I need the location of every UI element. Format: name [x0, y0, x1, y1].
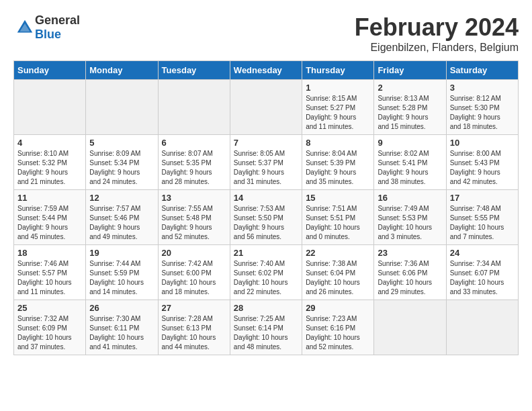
day-header-wednesday: Wednesday: [230, 61, 302, 80]
week-row-4: 25Sunrise: 7:32 AM Sunset: 6:09 PM Dayli…: [14, 300, 519, 355]
day-number: 26: [89, 303, 154, 313]
calendar-cell: 24Sunrise: 7:34 AM Sunset: 6:07 PM Dayli…: [446, 245, 518, 300]
cell-info: Sunrise: 7:25 AM Sunset: 6:14 PM Dayligh…: [234, 314, 298, 352]
day-number: 21: [234, 248, 298, 258]
week-row-1: 4Sunrise: 8:10 AM Sunset: 5:32 PM Daylig…: [14, 135, 519, 190]
calendar-cell: [446, 300, 518, 355]
day-number: 7: [234, 138, 298, 148]
cell-info: Sunrise: 8:10 AM Sunset: 5:32 PM Dayligh…: [17, 149, 82, 187]
day-number: 17: [450, 193, 515, 203]
day-number: 20: [162, 248, 226, 258]
calendar-cell: 26Sunrise: 7:30 AM Sunset: 6:11 PM Dayli…: [86, 300, 158, 355]
calendar-cell: 5Sunrise: 8:09 AM Sunset: 5:34 PM Daylig…: [86, 135, 158, 190]
week-row-3: 18Sunrise: 7:46 AM Sunset: 5:57 PM Dayli…: [14, 245, 519, 300]
week-row-0: 1Sunrise: 8:15 AM Sunset: 5:27 PM Daylig…: [14, 80, 519, 135]
cell-info: Sunrise: 7:32 AM Sunset: 6:09 PM Dayligh…: [17, 314, 82, 352]
location-subtitle: Eigenbilzen, Flanders, Belgium: [355, 42, 519, 54]
calendar-cell: 16Sunrise: 7:49 AM Sunset: 5:53 PM Dayli…: [374, 190, 446, 245]
day-number: 6: [162, 138, 226, 148]
calendar-cell: [158, 80, 230, 135]
cell-info: Sunrise: 7:28 AM Sunset: 6:13 PM Dayligh…: [162, 314, 226, 352]
day-number: 24: [450, 248, 515, 258]
day-number: 3: [450, 83, 515, 93]
calendar-cell: [374, 300, 446, 355]
day-header-tuesday: Tuesday: [158, 61, 230, 80]
day-number: 16: [378, 193, 442, 203]
calendar-cell: 9Sunrise: 8:02 AM Sunset: 5:41 PM Daylig…: [374, 135, 446, 190]
cell-info: Sunrise: 8:12 AM Sunset: 5:30 PM Dayligh…: [450, 94, 515, 132]
cell-info: Sunrise: 8:04 AM Sunset: 5:39 PM Dayligh…: [306, 149, 370, 187]
day-number: 28: [234, 303, 298, 313]
day-header-monday: Monday: [86, 61, 158, 80]
calendar-cell: 22Sunrise: 7:38 AM Sunset: 6:04 PM Dayli…: [302, 245, 374, 300]
day-number: 2: [378, 83, 442, 93]
calendar-cell: [86, 80, 158, 135]
calendar-cell: 21Sunrise: 7:40 AM Sunset: 6:02 PM Dayli…: [230, 245, 302, 300]
month-year-title: February 2024: [355, 13, 519, 42]
calendar-cell: 23Sunrise: 7:36 AM Sunset: 6:06 PM Dayli…: [374, 245, 446, 300]
cell-info: Sunrise: 7:38 AM Sunset: 6:04 PM Dayligh…: [306, 259, 370, 297]
day-number: 9: [378, 138, 442, 148]
calendar-cell: 18Sunrise: 7:46 AM Sunset: 5:57 PM Dayli…: [14, 245, 86, 300]
cell-info: Sunrise: 8:15 AM Sunset: 5:27 PM Dayligh…: [306, 94, 370, 132]
cell-info: Sunrise: 7:23 AM Sunset: 6:16 PM Dayligh…: [306, 314, 370, 352]
cell-info: Sunrise: 8:13 AM Sunset: 5:28 PM Dayligh…: [378, 94, 442, 132]
calendar-cell: 19Sunrise: 7:44 AM Sunset: 5:59 PM Dayli…: [86, 245, 158, 300]
day-number: 5: [89, 138, 154, 148]
day-number: 27: [162, 303, 226, 313]
day-number: 11: [17, 193, 82, 203]
calendar-cell: 29Sunrise: 7:23 AM Sunset: 6:16 PM Dayli…: [302, 300, 374, 355]
cell-info: Sunrise: 7:57 AM Sunset: 5:46 PM Dayligh…: [89, 204, 154, 242]
title-area: February 2024 Eigenbilzen, Flanders, Bel…: [355, 13, 519, 54]
day-number: 14: [234, 193, 298, 203]
day-number: 4: [17, 138, 82, 148]
cell-info: Sunrise: 7:49 AM Sunset: 5:53 PM Dayligh…: [378, 204, 442, 242]
cell-info: Sunrise: 7:30 AM Sunset: 6:11 PM Dayligh…: [89, 314, 154, 352]
cell-info: Sunrise: 7:34 AM Sunset: 6:07 PM Dayligh…: [450, 259, 515, 297]
day-number: 25: [17, 303, 82, 313]
calendar-cell: 25Sunrise: 7:32 AM Sunset: 6:09 PM Dayli…: [14, 300, 86, 355]
calendar-cell: 13Sunrise: 7:55 AM Sunset: 5:48 PM Dayli…: [158, 190, 230, 245]
cell-info: Sunrise: 8:05 AM Sunset: 5:37 PM Dayligh…: [234, 149, 298, 187]
cell-info: Sunrise: 7:55 AM Sunset: 5:48 PM Dayligh…: [162, 204, 226, 242]
calendar-cell: 6Sunrise: 8:07 AM Sunset: 5:35 PM Daylig…: [158, 135, 230, 190]
cell-info: Sunrise: 7:42 AM Sunset: 6:00 PM Dayligh…: [162, 259, 226, 297]
day-header-thursday: Thursday: [302, 61, 374, 80]
logo-blue-text: Blue: [35, 28, 61, 41]
day-number: 1: [306, 83, 370, 93]
day-number: 22: [306, 248, 370, 258]
calendar-cell: 27Sunrise: 7:28 AM Sunset: 6:13 PM Dayli…: [158, 300, 230, 355]
cell-info: Sunrise: 8:00 AM Sunset: 5:43 PM Dayligh…: [450, 149, 515, 187]
cell-info: Sunrise: 7:44 AM Sunset: 5:59 PM Dayligh…: [89, 259, 154, 297]
logo: General Blue: [13, 13, 80, 42]
calendar-cell: 11Sunrise: 7:59 AM Sunset: 5:44 PM Dayli…: [14, 190, 86, 245]
week-row-2: 11Sunrise: 7:59 AM Sunset: 5:44 PM Dayli…: [14, 190, 519, 245]
calendar-cell: 7Sunrise: 8:05 AM Sunset: 5:37 PM Daylig…: [230, 135, 302, 190]
calendar-cell: 1Sunrise: 8:15 AM Sunset: 5:27 PM Daylig…: [302, 80, 374, 135]
cell-info: Sunrise: 7:46 AM Sunset: 5:57 PM Dayligh…: [17, 259, 82, 297]
calendar-table: SundayMondayTuesdayWednesdayThursdayFrid…: [13, 60, 519, 355]
calendar-cell: 20Sunrise: 7:42 AM Sunset: 6:00 PM Dayli…: [158, 245, 230, 300]
day-number: 29: [306, 303, 370, 313]
calendar-cell: 14Sunrise: 7:53 AM Sunset: 5:50 PM Dayli…: [230, 190, 302, 245]
cell-info: Sunrise: 8:09 AM Sunset: 5:34 PM Dayligh…: [89, 149, 154, 187]
calendar-cell: [230, 80, 302, 135]
cell-info: Sunrise: 7:51 AM Sunset: 5:51 PM Dayligh…: [306, 204, 370, 242]
calendar-cell: 17Sunrise: 7:48 AM Sunset: 5:55 PM Dayli…: [446, 190, 518, 245]
cell-info: Sunrise: 7:48 AM Sunset: 5:55 PM Dayligh…: [450, 204, 515, 242]
cell-info: Sunrise: 8:02 AM Sunset: 5:41 PM Dayligh…: [378, 149, 442, 187]
calendar-cell: 4Sunrise: 8:10 AM Sunset: 5:32 PM Daylig…: [14, 135, 86, 190]
day-header-friday: Friday: [374, 61, 446, 80]
cell-info: Sunrise: 7:40 AM Sunset: 6:02 PM Dayligh…: [234, 259, 298, 297]
day-number: 23: [378, 248, 442, 258]
calendar-cell: 3Sunrise: 8:12 AM Sunset: 5:30 PM Daylig…: [446, 80, 518, 135]
header: General Blue February 2024 Eigenbilzen, …: [13, 13, 519, 54]
calendar-cell: [14, 80, 86, 135]
day-number: 18: [17, 248, 82, 258]
day-number: 12: [89, 193, 154, 203]
cell-info: Sunrise: 7:53 AM Sunset: 5:50 PM Dayligh…: [234, 204, 298, 242]
day-number: 13: [162, 193, 226, 203]
calendar-cell: 15Sunrise: 7:51 AM Sunset: 5:51 PM Dayli…: [302, 190, 374, 245]
day-header-saturday: Saturday: [446, 61, 518, 80]
calendar-cell: 8Sunrise: 8:04 AM Sunset: 5:39 PM Daylig…: [302, 135, 374, 190]
